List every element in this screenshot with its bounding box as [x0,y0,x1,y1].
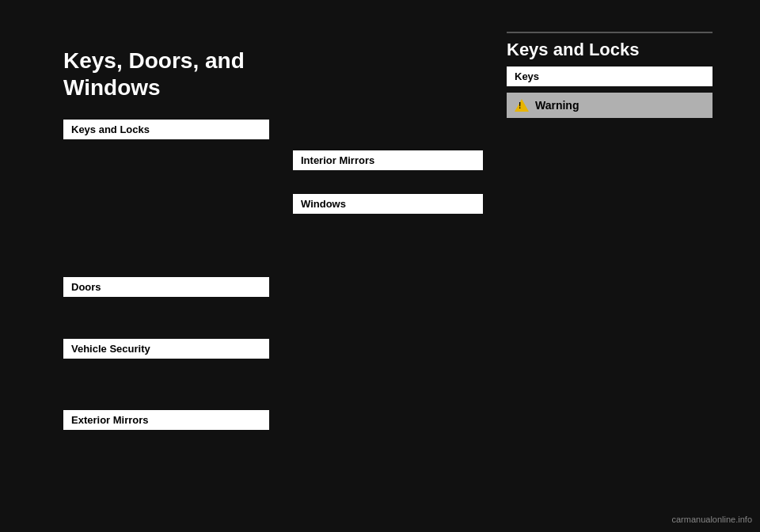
main-title: Keys, Doors, and Windows [63,48,285,101]
warning-label: Warning [535,99,579,112]
page-container: Keys, Doors, and Windows Keys and Locks … [0,0,760,532]
warning-bar[interactable]: Warning [507,93,712,118]
vehicle-security-bar[interactable]: Vehicle Security [63,339,269,359]
left-panel: Keys, Doors, and Windows Keys and Locks [63,48,285,146]
warning-triangle-icon [515,99,529,112]
doors-bar[interactable]: Doors [63,277,269,297]
watermark: carmanualonline.info [671,515,752,524]
middle-panel: Interior Mirrors Windows [293,150,483,238]
interior-mirrors-bar[interactable]: Interior Mirrors [293,150,483,170]
exterior-mirrors-bar[interactable]: Exterior Mirrors [63,410,269,430]
windows-bar[interactable]: Windows [293,194,483,214]
keys-bar-right[interactable]: Keys [507,66,712,86]
keys-and-locks-bar-left[interactable]: Keys and Locks [63,120,269,139]
right-panel-title: Keys and Locks [507,32,712,60]
right-panel: Keys and Locks Keys Warning [507,32,712,118]
